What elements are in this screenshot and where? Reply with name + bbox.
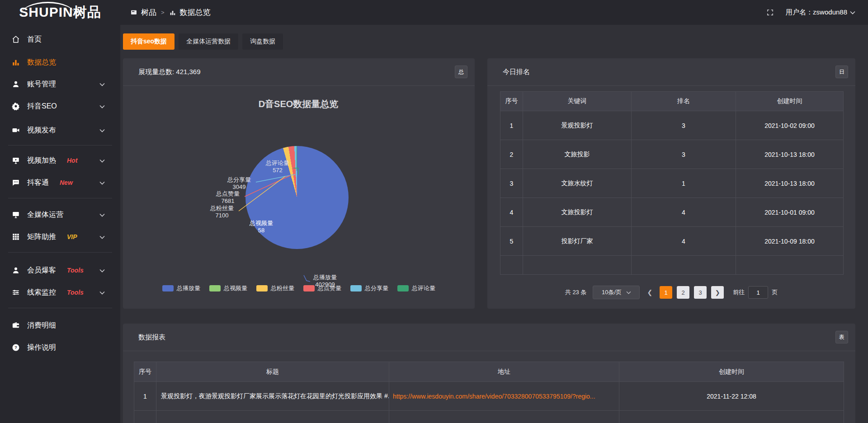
sidebar-item-account[interactable]: 账号管理	[0, 74, 120, 94]
page-size-select[interactable]: 10条/页	[593, 286, 640, 299]
home-icon	[12, 35, 20, 43]
sidebar-item-douketong[interactable]: 抖客通 New	[0, 173, 120, 193]
wallet-icon	[12, 321, 20, 329]
svg-text:?: ?	[14, 345, 17, 350]
legend-chip	[303, 285, 315, 291]
chevron-down-icon	[99, 266, 105, 274]
rank-panel-header: 今日排名	[487, 58, 855, 86]
chevron-down-icon	[99, 288, 105, 296]
sidebar-item-media-operation[interactable]: 全媒体运营	[0, 205, 120, 225]
page-jump: 前往 页	[733, 286, 778, 299]
report-url-link[interactable]: https://www.iesdouyin.com/share/video/70…	[389, 382, 619, 411]
pie-label-likes: 总点赞量7681	[212, 190, 244, 205]
report-panel: 数据报表 表 序号 标题 地址 创建时间 1 景观投影灯，夜游景观投影灯厂家展示…	[123, 324, 855, 423]
report-corner-button[interactable]: 表	[835, 331, 848, 343]
table-row[interactable]: 1景观投影灯32021-10-02 09:00	[500, 111, 844, 140]
chevron-down-icon	[99, 233, 105, 241]
table-row[interactable]: 5投影灯厂家42021-10-09 18:00	[500, 227, 844, 256]
tab-media-operation-data[interactable]: 全媒体运营数据	[179, 33, 238, 50]
sliders-icon	[12, 288, 20, 296]
chevron-down-icon	[850, 11, 855, 14]
chevron-down-icon	[99, 126, 105, 134]
chevron-down-icon	[626, 291, 631, 294]
legend-chip	[350, 285, 362, 291]
gear-icon	[12, 102, 20, 110]
bar-chart-icon	[169, 9, 176, 16]
app-root: 树品 > 数据总览 用户名：zswodun88 SHUPIN树品 首页	[0, 0, 868, 423]
sidebar-item-douyin-seo[interactable]: 抖音SEO	[0, 96, 120, 116]
sidebar: SHUPIN树品 首页 数据总览 账号管理 抖音SEO	[0, 0, 120, 423]
legend-chip	[209, 285, 221, 291]
pie-chart: D音SEO数据量总览 总评论量572 总分享量3049 总点赞量7681 总粉丝…	[123, 86, 475, 309]
breadcrumb-current: 数据总览	[180, 7, 211, 18]
sidebar-divider	[8, 198, 112, 198]
chevron-down-icon	[99, 80, 105, 88]
page-button-1[interactable]: 1	[660, 286, 672, 299]
overview-corner-button[interactable]: 总	[455, 66, 467, 78]
table-row[interactable]: 1 景观投影灯，夜游景观投影灯厂家展示展示落花灯在花园里的灯光投影应用效果 #.…	[134, 382, 844, 411]
pie-label-shares: 总分享量3049	[223, 176, 255, 191]
sidebar-item-instructions[interactable]: ? 操作说明	[0, 338, 120, 357]
table-row[interactable]: 3文旅水纹灯12021-10-13 18:00	[500, 169, 844, 198]
grid-icon	[12, 233, 20, 241]
fullscreen-icon[interactable]	[766, 9, 774, 16]
rank-corner-button[interactable]: 日	[835, 66, 848, 78]
sidebar-item-clue-monitor[interactable]: 线索监控 Tools	[0, 282, 120, 302]
monitor-play-icon	[12, 156, 20, 164]
jump-suffix: 页	[772, 288, 778, 296]
pie-label-fans: 总粉丝量7100	[206, 205, 238, 219]
legend-chip	[162, 285, 174, 291]
username-label: 用户名：zswodun88	[786, 8, 847, 17]
rank-table: 序号 关键词 排名 创建时间 1景观投影灯32021-10-02 09:00 2…	[500, 91, 844, 275]
report-table-header-row: 序号 标题 地址 创建时间	[134, 362, 844, 382]
sidebar-item-member-leads[interactable]: 会员爆客 Tools	[0, 260, 120, 280]
next-page-button[interactable]: ❯	[711, 286, 724, 299]
sidebar-item-data-overview[interactable]: 数据总览	[0, 52, 120, 72]
sidebar-divider	[8, 145, 112, 146]
legend-item-fans[interactable]: 总粉丝量	[256, 284, 294, 292]
page-button-2[interactable]: 2	[677, 286, 689, 299]
chart-title: D音SEO数据量总览	[208, 98, 389, 110]
overview-panel-header: 展现量总数: 421,369	[123, 58, 475, 86]
legend-item-comments[interactable]: 总评论量	[397, 284, 435, 292]
legend-item-plays[interactable]: 总播放量	[162, 284, 200, 292]
video-camera-icon	[12, 126, 20, 134]
breadcrumb-root[interactable]: 树品	[141, 7, 156, 18]
rank-panel: 今日排名 日 序号 关键词 排名 创建时间 1景观投影灯32021-10-02 …	[487, 58, 855, 309]
sidebar-divider	[8, 252, 112, 253]
bar-chart-icon	[12, 58, 20, 66]
vip-badge: VIP	[67, 233, 77, 240]
top-bar: 树品 > 数据总览 用户名：zswodun88	[0, 0, 868, 25]
legend-chip	[397, 285, 409, 291]
table-row[interactable]: 2文旅投影32021-10-13 18:00	[500, 140, 844, 169]
sidebar-item-home[interactable]: 首页	[0, 29, 120, 49]
question-circle-icon: ?	[12, 343, 20, 352]
user-menu[interactable]: 用户名：zswodun88	[786, 8, 855, 17]
pagination-total: 共 23 条	[565, 288, 587, 296]
rank-table-header-row: 序号 关键词 排名 创建时间	[500, 92, 844, 111]
tab-douyin-seo-data[interactable]: 抖音seo数据	[123, 33, 175, 50]
breadcrumb-separator: >	[161, 9, 165, 16]
jump-page-input[interactable]	[748, 286, 768, 299]
sidebar-item-consumption[interactable]: 消费明细	[0, 315, 120, 335]
report-table: 序号 标题 地址 创建时间 1 景观投影灯，夜游景观投影灯厂家展示展示落花灯在花…	[134, 362, 844, 423]
chat-bubble-icon	[12, 179, 20, 187]
legend-item-likes[interactable]: 总点赞量	[303, 284, 341, 292]
legend-item-videos[interactable]: 总视频量	[209, 284, 247, 292]
table-row[interactable]: 4文旅投影灯42021-10-01 09:00	[500, 198, 844, 227]
chevron-down-icon	[99, 211, 105, 219]
sidebar-item-matrix-boost[interactable]: 矩阵助推 VIP	[0, 227, 120, 247]
legend-item-shares[interactable]: 总分享量	[350, 284, 388, 292]
sidebar-item-video-publish[interactable]: 视频发布	[0, 120, 120, 140]
legend-chip	[256, 285, 268, 291]
chevron-down-icon	[99, 102, 105, 110]
chevron-down-icon	[99, 156, 105, 164]
prev-page-button[interactable]: ❮	[644, 289, 655, 296]
tools-badge: Tools	[67, 289, 84, 296]
tab-inquiry-data[interactable]: 询盘数据	[242, 33, 283, 50]
page-button-3[interactable]: 3	[694, 286, 707, 299]
sidebar-item-video-heat[interactable]: 视频加热 Hot	[0, 150, 120, 170]
breadcrumb: 树品 > 数据总览	[130, 0, 211, 25]
app-logo: SHUPIN树品	[0, 0, 120, 25]
user-icon	[12, 80, 20, 88]
